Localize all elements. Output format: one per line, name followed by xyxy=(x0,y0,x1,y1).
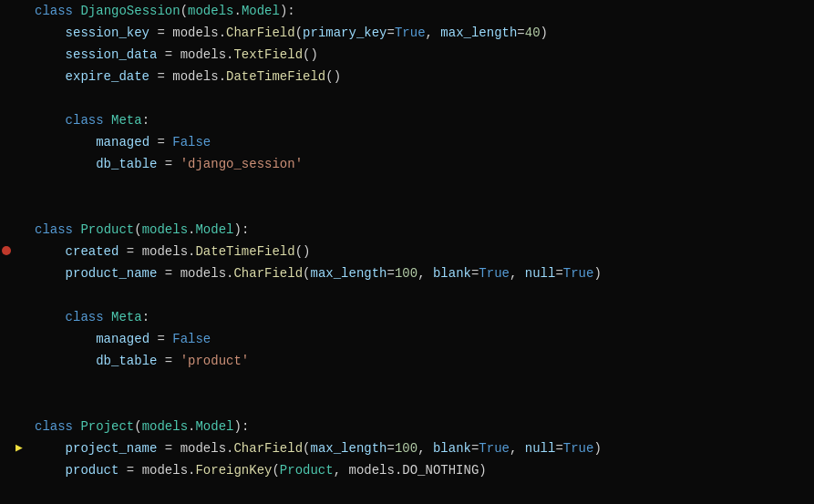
breakpoint-slot[interactable] xyxy=(0,437,13,459)
plain-token: , xyxy=(417,441,433,456)
breakpoint-slot[interactable] xyxy=(0,481,13,503)
arrow-column: ▶ xyxy=(13,0,26,504)
breakpoint-slot[interactable] xyxy=(0,241,13,262)
fn-token: CharField xyxy=(226,26,295,40)
breakpoint-slot[interactable] xyxy=(0,197,13,219)
var-token: expire_date xyxy=(66,69,149,84)
cn-token: models xyxy=(142,222,188,237)
plain-token xyxy=(35,310,66,324)
breakpoint-dot xyxy=(2,246,11,255)
breakpoint-slot[interactable] xyxy=(0,372,13,394)
param-token: max_length xyxy=(310,266,386,281)
cn-token: Model xyxy=(242,4,280,18)
code-line: session_key = models.CharField(primary_k… xyxy=(35,22,805,44)
code-line: expire_date = models.DateTimeField() xyxy=(35,66,805,87)
cn-token: Product xyxy=(80,222,134,237)
breakpoint-slot[interactable] xyxy=(0,416,13,437)
plain-token: = models. xyxy=(157,47,233,62)
plain-token: = models. xyxy=(157,266,233,281)
str-token: 'django_session' xyxy=(180,157,303,171)
plain-token: = xyxy=(149,26,172,40)
breakpoint-slot[interactable] xyxy=(0,219,13,241)
plain-token: = xyxy=(149,332,172,346)
plain-token: = xyxy=(157,157,180,171)
plain-token: = models. xyxy=(157,441,233,456)
breakpoint-slot[interactable] xyxy=(0,262,13,284)
breakpoint-slot[interactable] xyxy=(0,22,13,44)
breakpoint-slot[interactable] xyxy=(0,109,13,131)
plain-token: . xyxy=(233,4,241,18)
arrow-slot xyxy=(13,109,26,131)
var-token: db_table xyxy=(96,157,157,171)
plain-token: = xyxy=(149,135,172,149)
code-line: db_table = 'product' xyxy=(35,350,805,372)
var-token: project_name xyxy=(66,441,158,456)
plain-token xyxy=(35,332,96,346)
code-line xyxy=(35,481,805,503)
breakpoint-slot[interactable] xyxy=(0,459,13,481)
code-line: managed = False xyxy=(35,131,805,153)
plain-token: ( xyxy=(272,463,279,478)
code-line: project_name = models.CharField(max_leng… xyxy=(35,437,805,459)
plain-token: ): xyxy=(233,222,249,237)
code-line: class DjangoSession(models.Model): xyxy=(35,0,805,22)
arrow-slot xyxy=(13,22,26,44)
arrow-slot xyxy=(13,350,26,372)
breakpoint-slot[interactable] xyxy=(0,87,13,109)
code-line: class Project(models.Model): xyxy=(35,416,805,437)
breakpoint-slot[interactable] xyxy=(0,350,13,372)
plain-token: , xyxy=(417,266,433,281)
arrow-slot xyxy=(13,175,26,197)
arrow-slot xyxy=(13,131,26,153)
plain-token: ( xyxy=(134,222,141,237)
plain-token: : xyxy=(142,310,149,324)
arrow-slot xyxy=(13,66,26,87)
plain-token: = xyxy=(517,26,524,40)
code-line xyxy=(35,372,805,394)
code-line: class Product(models.Model): xyxy=(35,219,805,241)
arrow-slot xyxy=(13,241,26,262)
plain-token: ) xyxy=(541,26,548,40)
plain-token xyxy=(35,113,66,128)
plain-token: () xyxy=(325,69,341,84)
fn-token: DateTimeField xyxy=(226,69,325,84)
kw-token: class xyxy=(66,310,111,324)
var-token: created xyxy=(66,244,119,259)
str-token: 'product' xyxy=(180,354,250,368)
arrow-slot xyxy=(13,87,26,109)
plain-token: ): xyxy=(280,4,295,18)
plain-token: = xyxy=(387,26,395,40)
code-line: created = models.DateTimeField() xyxy=(35,241,805,262)
breakpoint-slot[interactable] xyxy=(0,0,13,22)
param-token: primary_key xyxy=(303,26,386,40)
breakpoint-slot[interactable] xyxy=(0,328,13,350)
code-line: product_name = models.CharField(max_leng… xyxy=(35,262,805,284)
code-line: class Meta: xyxy=(35,306,805,328)
breakpoint-slot[interactable] xyxy=(0,175,13,197)
arrow-slot xyxy=(13,459,26,481)
fn-token: CharField xyxy=(233,441,303,456)
cn-token: models xyxy=(188,4,233,18)
breakpoint-slot[interactable] xyxy=(0,66,13,87)
breakpoint-slot[interactable] xyxy=(0,306,13,328)
breakpoint-slot[interactable] xyxy=(0,394,13,416)
code-line: managed = False xyxy=(35,328,805,350)
var-token: db_table xyxy=(96,354,157,368)
cn-token: Meta xyxy=(111,113,142,128)
breakpoint-slot[interactable] xyxy=(0,153,13,175)
num-token: 100 xyxy=(395,441,417,456)
cn-token: Model xyxy=(195,222,233,237)
arrow-slot xyxy=(13,481,26,503)
breakpoint-slot[interactable] xyxy=(0,131,13,153)
cn-token: DjangoSession xyxy=(80,4,180,18)
breakpoint-slot[interactable] xyxy=(0,284,13,306)
code-line: product = models.ForeignKey(Product, mod… xyxy=(35,459,805,481)
plain-token: , xyxy=(510,441,525,456)
plain-token: = models. xyxy=(118,244,195,259)
arrow-slot xyxy=(13,328,26,350)
breakpoint-slot[interactable] xyxy=(0,44,13,66)
plain-token: ( xyxy=(180,4,188,18)
plain-token: = xyxy=(555,266,562,281)
param-token: max_length xyxy=(310,441,386,456)
plain-token: , xyxy=(426,26,441,40)
